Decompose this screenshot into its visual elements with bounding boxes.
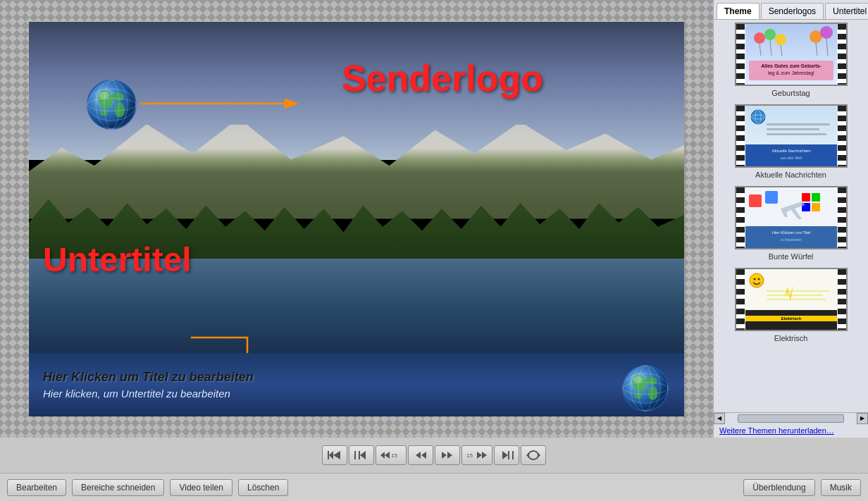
theme-item-wuerfel[interactable]: Hier Klicken um Titel zu bearbeiten Bunt… xyxy=(717,186,865,261)
svg-rect-44 xyxy=(767,133,826,135)
transport-bar: 15 15 xyxy=(0,438,868,473)
svg-point-32 xyxy=(820,26,833,39)
transition-button[interactable]: Überblendung xyxy=(743,479,814,496)
svg-rect-47 xyxy=(765,191,778,204)
svg-text:Hier Klicken um Titel: Hier Klicken um Titel xyxy=(771,230,810,235)
transport-forward-15[interactable]: 15 xyxy=(461,445,492,465)
edit-button[interactable]: Bearbeiten xyxy=(7,479,66,496)
svg-marker-71 xyxy=(385,452,390,459)
bottom-bar: Bearbeiten Bereiche schneiden Video teil… xyxy=(0,473,868,501)
svg-rect-70 xyxy=(359,451,360,459)
svg-marker-74 xyxy=(416,452,421,459)
tab-untertitel[interactable]: Untertitel xyxy=(825,3,868,19)
svg-marker-82 xyxy=(502,451,508,459)
title-bar[interactable]: Hier Klicken um Titel zu bearbeiten Hier… xyxy=(29,353,684,416)
main-area: Senderlogo Untertitel Hier Klicken um Ti… xyxy=(0,0,868,438)
svg-point-57 xyxy=(753,278,755,280)
svg-point-56 xyxy=(750,273,764,287)
theme-label-elektrisch: Elektrisch xyxy=(717,334,865,342)
svg-point-14 xyxy=(648,386,658,400)
tab-senderlogos[interactable]: Senderlogos xyxy=(761,3,824,19)
split-button[interactable]: Video teilen xyxy=(170,479,232,496)
svg-rect-81 xyxy=(512,451,514,459)
delete-button[interactable]: Löschen xyxy=(238,479,288,496)
svg-point-20 xyxy=(633,376,643,383)
video-container: Senderlogo Untertitel Hier Klicken um Ti… xyxy=(0,0,713,438)
theme-thumb-inner-geburtstag: Alles Gutes zum Geburts- tag & zum Jahre… xyxy=(745,24,838,85)
svg-marker-67 xyxy=(329,451,333,459)
svg-point-24 xyxy=(775,34,786,45)
theme-item-nachrichten[interactable]: Aktuelle Nachrichten aus aller Welt Aktu… xyxy=(717,104,865,179)
transport-fastforward[interactable] xyxy=(435,445,460,465)
transport-prev-scene[interactable] xyxy=(349,445,374,465)
svg-text:Aktuelle Nachrichten: Aktuelle Nachrichten xyxy=(771,149,810,153)
theme-thumbnail-nachrichten[interactable]: Aktuelle Nachrichten aus aller Welt xyxy=(735,104,848,168)
theme-item-elektrisch[interactable]: Elektrisch Elektrisch xyxy=(717,268,865,342)
svg-point-2 xyxy=(112,92,125,101)
theme-thumbnail-elektrisch[interactable]: Elektrisch xyxy=(735,268,848,331)
globe-icon-top xyxy=(85,78,138,131)
theme-thumb-inner-nachrichten: Aktuelle Nachrichten aus aller Welt xyxy=(745,106,838,166)
svg-rect-63 xyxy=(767,295,823,296)
globe-icon-bottom xyxy=(621,364,670,413)
svg-rect-68 xyxy=(354,451,356,459)
theme-thumbnail-wuerfel[interactable]: Hier Klicken um Titel zu bearbeiten xyxy=(735,186,848,249)
scroll-right-button[interactable]: ▶ xyxy=(857,413,868,424)
theme-item-geburtstag[interactable]: Alles Gutes zum Geburts- tag & zum Jahre… xyxy=(717,23,865,97)
theme-thumbnail-geburtstag[interactable]: Alles Gutes zum Geburts- tag & zum Jahre… xyxy=(735,23,848,86)
theme-label-wuerfel: Bunte Würfel xyxy=(717,252,865,261)
svg-point-9 xyxy=(99,91,109,99)
svg-marker-72 xyxy=(380,452,385,459)
svg-rect-64 xyxy=(767,299,826,300)
scrollbar-horizontal[interactable] xyxy=(738,414,844,423)
scrollbar-area: ◀ ▶ xyxy=(714,412,868,423)
svg-marker-76 xyxy=(442,452,447,459)
scroll-left-button[interactable]: ◀ xyxy=(714,413,725,424)
svg-text:zu bearbeiten: zu bearbeiten xyxy=(780,237,802,242)
svg-marker-85 xyxy=(526,453,528,457)
download-link[interactable]: Weitere Themen herunterladen… xyxy=(714,423,868,438)
svg-rect-48 xyxy=(802,193,810,202)
svg-marker-75 xyxy=(421,452,426,459)
transport-next-scene[interactable] xyxy=(494,445,519,465)
svg-rect-49 xyxy=(812,193,820,202)
svg-marker-69 xyxy=(360,451,366,459)
svg-text:Elektrisch: Elektrisch xyxy=(781,316,801,321)
svg-rect-51 xyxy=(812,203,820,211)
theme-label-nachrichten: Aktuelle Nachrichten xyxy=(717,171,865,179)
trim-button[interactable]: Bereiche schneiden xyxy=(72,479,164,496)
transport-back-15[interactable]: 15 xyxy=(376,445,407,465)
right-panel: Theme Senderlogos Untertitel xyxy=(713,0,868,438)
svg-point-58 xyxy=(757,278,760,280)
svg-text:Alles Gutes zum Geburts-: Alles Gutes zum Geburts- xyxy=(761,63,822,68)
svg-marker-80 xyxy=(482,452,487,459)
tabs-row: Theme Senderlogos Untertitel xyxy=(714,0,868,20)
video-frame[interactable]: Senderlogo Untertitel Hier Klicken um Ti… xyxy=(29,22,684,416)
svg-rect-46 xyxy=(749,194,762,207)
svg-text:15: 15 xyxy=(391,452,397,459)
tab-theme[interactable]: Theme xyxy=(717,3,760,19)
transport-go-start[interactable] xyxy=(322,445,347,465)
transport-loop[interactable] xyxy=(521,445,546,465)
svg-point-3 xyxy=(114,102,125,117)
untertitel-label: Untertitel xyxy=(43,240,192,279)
senderlogo-label: Senderlogo xyxy=(342,57,543,99)
svg-rect-43 xyxy=(767,128,819,130)
svg-rect-83 xyxy=(508,451,509,459)
svg-text:aus aller Welt: aus aller Welt xyxy=(780,156,802,160)
svg-rect-65 xyxy=(328,451,329,459)
theme-label-geburtstag: Geburtstag xyxy=(717,89,865,97)
transport-rewind[interactable] xyxy=(408,445,433,465)
subtitle-text[interactable]: Hier klicken, um Untertitel zu bearbeite… xyxy=(43,388,670,400)
svg-marker-79 xyxy=(477,452,482,459)
title-text[interactable]: Hier Klicken um Titel zu bearbeiten xyxy=(43,370,670,385)
svg-marker-77 xyxy=(447,452,452,459)
arrow-top xyxy=(140,98,302,112)
svg-text:15: 15 xyxy=(466,452,473,459)
svg-point-13 xyxy=(645,376,657,384)
theme-thumb-inner-wuerfel: Hier Klicken um Titel zu bearbeiten xyxy=(745,187,838,248)
themes-list[interactable]: Alles Gutes zum Geburts- tag & zum Jahre… xyxy=(714,20,868,412)
svg-point-23 xyxy=(764,29,776,40)
music-button[interactable]: Musik xyxy=(821,479,861,496)
svg-rect-62 xyxy=(767,290,830,292)
